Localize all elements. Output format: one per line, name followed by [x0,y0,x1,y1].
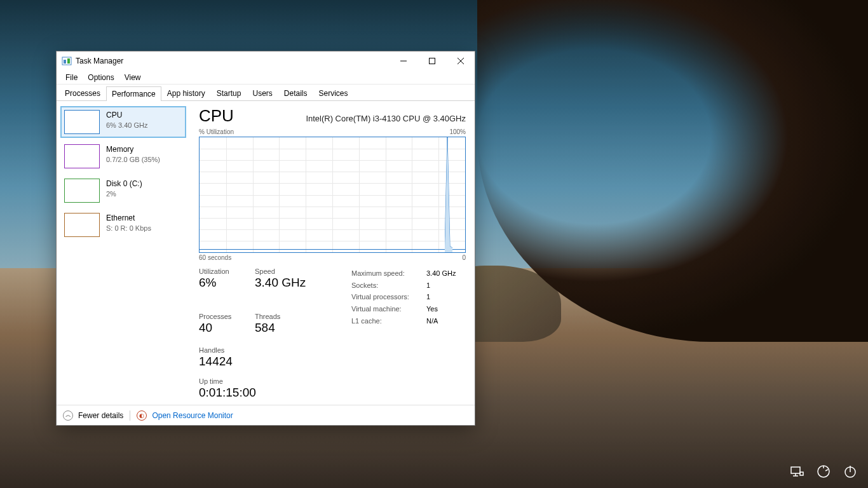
processes-label: Processes [199,313,237,320]
uptime-label: Up time [199,377,466,385]
minimize-button[interactable] [389,51,417,71]
sidebar-cpu-sub: 6% 3.40 GHz [106,121,147,130]
resource-monitor-icon: ◐ [137,410,147,421]
sockets-label: Sockets: [351,280,421,292]
svg-rect-11 [800,472,803,475]
titlebar[interactable]: Task Manager [57,51,475,71]
open-resource-monitor-link[interactable]: Open Resource Monitor [152,411,233,420]
network-icon[interactable] [789,464,804,479]
l1-value: N/A [426,315,438,327]
sidebar-item-ethernet[interactable]: Ethernet S: 0 R: 0 Kbps [60,209,186,241]
svg-rect-2 [67,58,70,64]
utilization-label: Utilization [199,268,237,275]
fewer-details-button[interactable]: Fewer details [78,411,123,420]
system-tray [789,464,858,479]
cpu-utilization-chart[interactable] [199,137,466,253]
sidebar-item-memory[interactable]: Memory 0.7/2.0 GB (35%) [60,140,186,172]
sidebar-cpu-title: CPU [106,110,147,121]
sidebar-ethernet-title: Ethernet [106,213,151,224]
speed-value: 3.40 GHz [255,276,306,290]
maxspeed-label: Maximum speed: [351,268,421,280]
tab-startup[interactable]: Startup [211,86,247,100]
processes-value: 40 [199,321,237,335]
menu-file[interactable]: File [60,72,83,83]
vm-label: Virtual machine: [351,303,421,315]
power-icon[interactable] [843,464,858,479]
vm-value: Yes [426,303,438,315]
chart-x-right: 0 [462,254,466,261]
l1-label: L1 cache: [351,315,421,327]
sidebar-item-disk[interactable]: Disk 0 (C:) 2% [60,175,186,207]
tab-users[interactable]: Users [247,86,278,100]
threads-label: Threads [255,313,293,320]
memory-thumb [64,144,100,168]
tab-processes[interactable]: Processes [59,86,106,100]
sidebar-ethernet-sub: S: 0 R: 0 Kbps [106,224,151,233]
sidebar-memory-title: Memory [106,144,160,155]
sidebar-disk-sub: 2% [106,189,142,199]
chart-y-max: 100% [449,128,466,135]
close-button[interactable] [446,51,475,71]
menu-view[interactable]: View [119,72,146,83]
threads-value: 584 [255,321,293,335]
ease-of-access-icon[interactable] [816,464,831,479]
sockets-value: 1 [426,280,430,292]
vproc-value: 1 [426,291,430,303]
disk-thumb [64,179,100,203]
window-footer: ︿ Fewer details ◐ Open Resource Monitor [57,405,475,425]
uptime-value: 0:01:15:00 [199,386,466,400]
task-manager-window: Task Manager File Options View Processes… [56,51,475,426]
ethernet-thumb [64,213,100,237]
maxspeed-value: 3.40 GHz [426,268,456,280]
chevron-up-icon[interactable]: ︿ [63,410,73,421]
sidebar-memory-sub: 0.7/2.0 GB (35%) [106,155,160,165]
task-manager-icon [62,56,72,66]
sidebar-item-cpu[interactable]: CPU 6% 3.40 GHz [60,106,186,138]
vproc-label: Virtual processors: [351,291,421,303]
cpu-name: Intel(R) Core(TM) i3-4130 CPU @ 3.40GHz [306,114,466,123]
chart-y-label: % Utilization [199,128,234,135]
menu-options[interactable]: Options [83,72,119,83]
svg-rect-1 [64,60,66,64]
performance-main: CPU Intel(R) Core(TM) i3-4130 CPU @ 3.40… [190,101,475,405]
speed-label: Speed [255,268,306,275]
tab-performance[interactable]: Performance [106,86,161,101]
svg-rect-8 [791,467,800,473]
svg-rect-4 [429,58,435,64]
chart-x-left: 60 seconds [199,254,231,261]
tab-bar: Processes Performance App history Startu… [57,85,475,101]
tab-app-history[interactable]: App history [161,86,211,100]
utilization-value: 6% [199,276,237,290]
cpu-thumb [64,110,100,134]
handles-label: Handles [199,346,237,354]
sidebar-disk-title: Disk 0 (C:) [106,179,142,189]
window-title: Task Manager [76,57,389,65]
performance-sidebar: CPU 6% 3.40 GHz Memory 0.7/2.0 GB (35%) … [57,101,190,405]
tab-details[interactable]: Details [278,86,313,100]
menubar: File Options View [57,71,475,85]
cpu-heading: CPU [199,106,234,126]
maximize-button[interactable] [417,51,446,71]
handles-value: 14424 [199,355,237,369]
tab-services[interactable]: Services [313,86,354,100]
